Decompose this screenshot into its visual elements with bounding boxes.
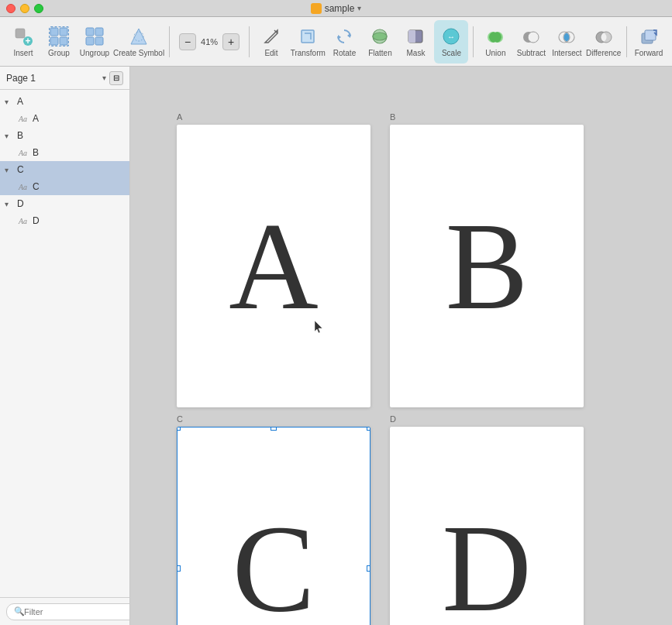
transform-tool[interactable]: Transform: [290, 20, 326, 64]
artboard-B[interactable]: B B: [390, 125, 584, 407]
layer-group-name-B: B: [17, 130, 23, 141]
svg-rect-9: [95, 28, 103, 36]
artboard-D[interactable]: D D: [390, 427, 584, 625]
union-tool[interactable]: Union: [478, 20, 512, 64]
maximize-button[interactable]: [34, 4, 43, 13]
handle-tr-C[interactable]: [367, 427, 370, 431]
toolbar: + Insert Group Ungroup: [0, 17, 672, 67]
insert-label: Insert: [13, 49, 33, 57]
layer-item-D[interactable]: Aa D: [0, 212, 129, 229]
svg-point-25: [528, 32, 539, 43]
layer-item-label-B: B: [33, 147, 39, 158]
union-icon: [484, 26, 506, 47]
canvas-area[interactable]: A A B B C: [130, 67, 672, 625]
edit-tool[interactable]: Edit: [254, 20, 288, 64]
layer-arrow-B: ▾: [5, 132, 14, 140]
layer-type-icon-A: Aa: [19, 115, 29, 123]
subtract-icon: [520, 26, 542, 47]
zoom-level: 41%: [198, 37, 221, 46]
intersect-tool[interactable]: Intersect: [550, 20, 584, 64]
artboard-canvas-A: A: [177, 125, 370, 407]
svg-text:+: +: [25, 36, 30, 46]
svg-point-17: [373, 33, 387, 40]
zoom-in-button[interactable]: +: [222, 33, 240, 50]
layer-arrow-C: ▾: [5, 166, 14, 174]
svg-rect-13: [302, 30, 314, 43]
artboard-label-B: B: [390, 112, 395, 122]
edit-label: Edit: [264, 49, 277, 57]
scale-icon: ↔: [440, 26, 462, 47]
page-selector[interactable]: Page 1 ▾ ⊟: [0, 67, 129, 90]
create-symbol-label: Create Symbol: [113, 49, 164, 57]
forward-tool[interactable]: Forward: [632, 20, 666, 64]
handle-ml-C[interactable]: [177, 565, 181, 572]
flatten-label: Flatten: [368, 49, 392, 57]
layer-arrow-D: ▾: [5, 200, 14, 208]
handle-tm-C[interactable]: [271, 427, 277, 431]
window-controls[interactable]: [6, 4, 43, 13]
svg-marker-14: [347, 33, 350, 38]
sidebar: Page 1 ▾ ⊟ ▾ A Aa A ▾ B: [0, 67, 130, 625]
layer-group-name-C: C: [17, 164, 24, 175]
main-layout: Page 1 ▾ ⊟ ▾ A Aa A ▾ B: [0, 67, 672, 625]
union-label: Union: [485, 49, 505, 57]
insert-tool[interactable]: + Insert: [6, 20, 40, 64]
artboard-C[interactable]: C C: [177, 427, 370, 625]
artboard-canvas-C: C: [177, 427, 370, 625]
mask-tool[interactable]: Mask: [398, 20, 432, 64]
rotate-label: Rotate: [333, 49, 356, 57]
toolbar-divider-1: [169, 26, 170, 57]
ungroup-label: Ungroup: [80, 49, 109, 57]
artboard-label-C: C: [177, 414, 183, 424]
handle-tl-C[interactable]: [177, 427, 181, 431]
title-arrow[interactable]: ▾: [357, 4, 361, 12]
scale-label: Scale: [442, 49, 461, 57]
filter-input[interactable]: [6, 603, 130, 620]
artboard-label-D: D: [390, 414, 396, 424]
page-selector-arrow: ▾: [102, 74, 106, 82]
layer-group-header-B[interactable]: ▾ B: [0, 127, 129, 144]
svg-text:↔: ↔: [447, 33, 455, 41]
create-symbol-icon: [128, 26, 150, 47]
ungroup-tool[interactable]: Ungroup: [78, 20, 112, 64]
flatten-tool[interactable]: Flatten: [363, 20, 397, 64]
edit-icon: [260, 26, 282, 47]
scale-tool[interactable]: ↔ Scale: [434, 20, 468, 64]
page-collapse-button[interactable]: ⊟: [109, 71, 123, 85]
layer-item-C[interactable]: Aa C: [0, 178, 129, 195]
artboard-label-A: A: [177, 112, 182, 122]
group-tool[interactable]: Group: [42, 20, 76, 64]
zoom-out-button[interactable]: −: [179, 33, 196, 50]
layer-type-icon-D: Aa: [19, 217, 29, 225]
svg-rect-31: [645, 30, 656, 40]
svg-rect-8: [86, 28, 94, 36]
transform-icon: [297, 26, 319, 47]
group-icon: [48, 26, 70, 47]
artboard-A[interactable]: A A: [177, 125, 370, 407]
artboard-letter-D: D: [442, 507, 532, 626]
ungroup-icon: [84, 26, 105, 47]
toolbar-divider-3: [473, 26, 474, 57]
subtract-label: Subtract: [517, 49, 546, 57]
intersect-icon: [556, 26, 577, 47]
flatten-icon: [369, 26, 391, 47]
difference-tool[interactable]: Difference: [585, 20, 622, 64]
forward-label: Forward: [635, 49, 663, 57]
layer-group-header-A[interactable]: ▾ A: [0, 93, 129, 110]
layer-item-A[interactable]: Aa A: [0, 110, 129, 127]
artboard-letter-A: A: [229, 204, 319, 328]
layers-panel: ▾ A Aa A ▾ B Aa B: [0, 90, 129, 597]
layer-item-B[interactable]: Aa B: [0, 144, 129, 161]
forward-icon: [638, 26, 660, 47]
handle-mr-C[interactable]: [367, 565, 370, 572]
svg-rect-6: [60, 37, 67, 45]
close-button[interactable]: [6, 4, 16, 13]
layer-group-header-D[interactable]: ▾ D: [0, 195, 129, 212]
rotate-tool[interactable]: Rotate: [327, 20, 361, 64]
layer-group-header-C[interactable]: ▾ C: [0, 161, 129, 178]
minimize-button[interactable]: [20, 4, 29, 13]
subtract-tool[interactable]: Subtract: [514, 20, 548, 64]
artboard-canvas-B: B: [390, 125, 584, 407]
layer-group-B: ▾ B Aa B: [0, 127, 129, 161]
create-symbol-tool[interactable]: Create Symbol: [113, 20, 164, 64]
